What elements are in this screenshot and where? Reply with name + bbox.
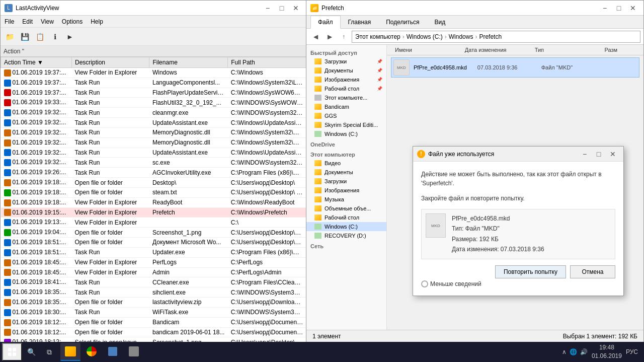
table-row[interactable]: 01.06.2019 19:13:...View Folder in Explo… — [1, 218, 306, 228]
tab-share[interactable]: Поделиться — [378, 16, 427, 29]
taskbar-taskview-button[interactable]: ⧉ — [40, 344, 58, 360]
sidebar-item-windows-c[interactable]: Windows (C:) — [306, 129, 386, 138]
taskbar-search-button[interactable]: 🔍 — [22, 344, 40, 360]
sidebar-item-ggs[interactable]: GGS — [306, 111, 386, 120]
fe-minimize-button[interactable]: − — [598, 3, 611, 13]
start-button[interactable] — [2, 343, 22, 361]
table-row[interactable]: 01.06.2019 18:35:...Task Runsihclient.ex… — [1, 287, 306, 298]
table-row[interactable]: 01.06.2019 18:51:...Open file or folderД… — [1, 238, 306, 248]
table-row[interactable]: 01.06.2019 18:41:...Task RunCCleaner.exe… — [1, 277, 306, 287]
nav-forward-button[interactable]: ▶ — [324, 31, 336, 43]
col-header-desc[interactable]: Description — [71, 57, 149, 68]
address-path[interactable]: Этот компьютер › Windows (C:) › Windows … — [352, 31, 640, 43]
table-row[interactable]: 01.06.2019 19:37:...Task RunLanguageComp… — [1, 78, 306, 88]
sidebar-item-recovery[interactable]: RECOVERY (D:) — [306, 231, 386, 240]
col-header-name[interactable]: Имени — [391, 45, 461, 55]
fe-ribbon-tabs: Файл Главная Поделиться Вид — [306, 16, 643, 28]
lav-close-button[interactable]: ✕ — [289, 3, 302, 13]
sys-volume-icon[interactable]: 🔊 — [580, 348, 588, 355]
sidebar-item-bandicam[interactable]: Bandicam — [306, 102, 386, 111]
sidebar-item-docs2[interactable]: Документы — [306, 168, 386, 177]
sys-network-icon[interactable]: 🌐 — [570, 348, 577, 355]
lav-table-container[interactable]: Action Time ▼ Description Filename Full … — [1, 57, 306, 350]
sys-time[interactable]: 19:48 01.06.2019 — [592, 343, 622, 360]
toolbar-open-button[interactable]: 📁 — [3, 30, 17, 44]
table-row[interactable]: 01.06.2019 19:33:...Task RunFlashUtil32_… — [1, 98, 306, 108]
tab-home[interactable]: Главная — [341, 16, 379, 29]
sys-tray-chevron[interactable]: ∧ — [562, 348, 567, 355]
table-row[interactable]: 01.06.2019 19:04:...Open file or folderS… — [1, 228, 306, 238]
toolbar-copy-button[interactable]: 📋 — [33, 30, 47, 44]
toolbar-export-button[interactable]: ► — [63, 30, 77, 44]
file-item-pfpre[interactable]: MKD PfPre_e0dc4958.mkd 07.03.2018 9:36 Ф… — [391, 57, 639, 78]
col-header-file[interactable]: Filename — [149, 57, 228, 68]
col-header-date[interactable]: Дата изменения — [461, 45, 531, 55]
sidebar-item-music[interactable]: Музыка — [306, 195, 386, 204]
dialog-close-button[interactable]: ✕ — [606, 149, 619, 159]
col-header-size[interactable]: Разм — [601, 45, 639, 55]
table-row[interactable]: 01.06.2019 19:32:...Task Runcleanmgr.exe… — [1, 108, 306, 118]
dialog-minimize-button[interactable]: − — [578, 149, 591, 159]
taskbar-app-explorer[interactable] — [60, 343, 80, 361]
dialog-cancel-button[interactable]: Отмена — [570, 265, 615, 278]
nav-up-button[interactable]: ↑ — [338, 31, 350, 43]
table-row[interactable]: 01.06.2019 18:35:...Open file or folderl… — [1, 298, 306, 308]
menu-file[interactable]: File — [1, 16, 18, 27]
col-header-time[interactable]: Action Time ▼ — [1, 57, 72, 68]
sidebar-item-images2[interactable]: Изображения — [306, 186, 386, 195]
sidebar-item-windows-c2[interactable]: Windows (C:) — [306, 222, 386, 231]
toolbar-properties-button[interactable]: ℹ — [48, 30, 62, 44]
dialog-retry-button[interactable]: Повторить попытку — [495, 265, 566, 278]
col-header-path[interactable]: Full Path — [228, 57, 306, 68]
table-row[interactable]: 01.06.2019 18:45:...View Folder in Explo… — [1, 267, 306, 277]
table-row[interactable]: 01.06.2019 19:18:...Open file or folders… — [1, 187, 306, 197]
sys-language[interactable]: РУС — [626, 348, 638, 355]
sidebar-item-downloads[interactable]: Загрузки 📌 — [306, 57, 386, 66]
taskbar-app-lav[interactable] — [103, 343, 123, 361]
dialog-details-link[interactable]: Меньше сведений — [421, 280, 615, 287]
lav-maximize-button[interactable]: □ — [275, 3, 288, 13]
sidebar-item-images[interactable]: Изображения 📌 — [306, 75, 386, 84]
taskbar-app-browser[interactable] — [82, 343, 102, 361]
sidebar-item-downloads2[interactable]: Загрузки — [306, 177, 386, 186]
sidebar-item-documents[interactable]: Документы 📌 — [306, 66, 386, 75]
table-row[interactable]: 01.06.2019 18:45:...View Folder in Explo… — [1, 257, 306, 267]
menu-view[interactable]: View — [37, 16, 58, 27]
table-row[interactable]: 01.06.2019 19:18:...View Folder in Explo… — [1, 197, 306, 207]
dialog-maximize-button[interactable]: □ — [592, 149, 605, 159]
menu-options[interactable]: Options — [58, 16, 87, 27]
table-row[interactable]: 01.06.2019 19:32:...Task RunMemoryDiagno… — [1, 137, 306, 148]
table-row[interactable]: 01.06.2019 18:51:...Task RunUpdater.exeC… — [1, 247, 306, 257]
table-row[interactable]: 01.06.2019 19:26:...Task RunAGCInvokerUt… — [1, 168, 306, 178]
table-row[interactable]: 01.06.2019 19:15:...View Folder in Explo… — [1, 207, 306, 218]
nav-back-button[interactable]: ◀ — [309, 31, 321, 43]
menu-help[interactable]: Help — [87, 16, 107, 27]
table-row[interactable]: 01.06.2019 19:32:...Task RunUpdateAssist… — [1, 118, 306, 128]
lav-minimize-button[interactable]: − — [261, 3, 274, 13]
toolbar-save-button[interactable]: 💾 — [18, 30, 32, 44]
sidebar-item-skyrim[interactable]: Skyrim Special Editi... — [306, 120, 386, 129]
table-row[interactable]: 01.06.2019 19:37:...Task RunFlashPlayerU… — [1, 88, 306, 98]
table-row[interactable]: 01.06.2019 18:12:...Open file or folderb… — [1, 327, 306, 337]
sidebar-item-desktop[interactable]: Рабочий стол 📌 — [306, 84, 386, 93]
tab-file[interactable]: Файл — [310, 16, 341, 29]
table-row[interactable]: 01.06.2019 19:18:...Open file or folderD… — [1, 178, 306, 188]
table-row[interactable]: 01.06.2019 19:32:...Task RunUpdateAssist… — [1, 148, 306, 158]
table-row[interactable]: 01.06.2019 19:32:...Task RunMemoryDiagno… — [1, 127, 306, 137]
taskbar-app-generic[interactable] — [124, 343, 144, 361]
dialog-file-info: MKD PfPre_e0dc4958.mkd Тип: Файл "MKD" Р… — [421, 209, 615, 259]
col-header-type[interactable]: Тип — [531, 45, 601, 55]
menu-edit[interactable]: Edit — [18, 16, 37, 27]
tab-view[interactable]: Вид — [427, 16, 453, 29]
table-row[interactable]: 01.06.2019 18:12:...Open file or folderB… — [1, 317, 306, 327]
fe-maximize-button[interactable]: □ — [612, 3, 625, 13]
fe-close-button[interactable]: ✕ — [626, 3, 639, 13]
table-row[interactable]: 01.06.2019 19:32:...Task Runsc.exeC:\WIN… — [1, 158, 306, 168]
sidebar-item-video[interactable]: Видео — [306, 159, 386, 168]
row-type-icon — [4, 149, 11, 156]
sidebar-item-3d[interactable]: Объемные объе... — [306, 204, 386, 213]
sidebar-item-this-pc[interactable]: Этот компьюте... — [306, 93, 386, 102]
sidebar-item-desktop2[interactable]: Рабочий стол — [306, 213, 386, 222]
table-row[interactable]: 01.06.2019 19:37:...View Folder in Explo… — [1, 68, 306, 78]
table-row[interactable]: 01.06.2019 18:30:...Task RunWiFiTask.exe… — [1, 307, 306, 317]
